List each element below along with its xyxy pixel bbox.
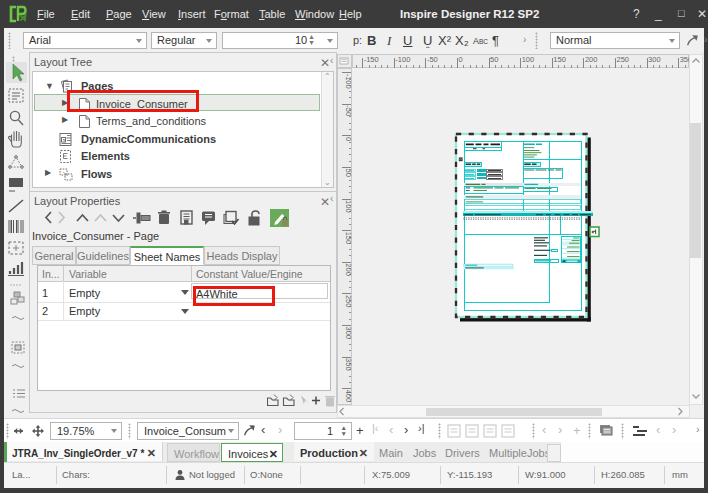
svg-text:-100: -100 — [344, 74, 353, 89]
svg-text:100: 100 — [344, 200, 353, 213]
svg-text:150: 150 — [344, 232, 353, 245]
svg-text:0: 0 — [459, 55, 463, 64]
svg-text:-50: -50 — [344, 105, 353, 116]
svg-text:0: 0 — [344, 137, 353, 141]
svg-text:-100: -100 — [395, 55, 410, 64]
svg-text:200: 200 — [344, 263, 353, 276]
svg-text:200: 200 — [585, 55, 598, 64]
svg-text:300: 300 — [344, 327, 353, 340]
svg-text:400: 400 — [344, 390, 353, 403]
svg-text:150: 150 — [553, 55, 566, 64]
svg-text:50: 50 — [344, 169, 353, 177]
svg-text:-150: -150 — [364, 55, 379, 64]
svg-text:300: 300 — [648, 55, 661, 64]
svg-text:100: 100 — [522, 55, 535, 64]
svg-text:250: 250 — [617, 55, 630, 64]
svg-text:-50: -50 — [427, 55, 438, 64]
svg-text:350: 350 — [344, 358, 353, 371]
svg-text:250: 250 — [344, 295, 353, 308]
svg-text:50: 50 — [490, 55, 498, 64]
